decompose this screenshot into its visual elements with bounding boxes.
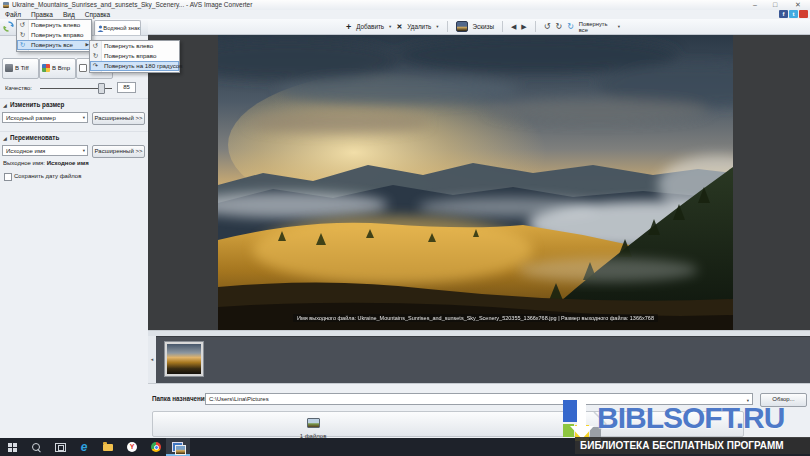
output-name-value: Исходное имя [47,160,89,166]
window-title: Ukraine_Mountains_Sunrises_and_sunsets_S… [12,0,252,10]
facebook-icon[interactable]: f [779,10,788,18]
rotate-left-icon: ↺ [17,20,28,30]
chevron-down-icon: ▾ [83,146,85,156]
strip-collapse-handle[interactable]: ◂ [148,336,156,383]
thumbnail-item[interactable] [164,341,204,377]
windows-logo-icon [8,443,17,452]
menu-file[interactable]: Файл [0,10,26,19]
chevron-down-icon: ▾ [83,113,85,123]
toolbar-separator [502,21,503,32]
quality-slider-handle[interactable] [98,83,105,94]
rotate-right-icon: ↻ [17,30,28,40]
taskbar-avs-button[interactable] [166,438,190,456]
menu-view[interactable]: Вид [58,10,80,19]
submenu-item-rotate-180[interactable]: ↷ Повернуть на 180 градусов [90,61,179,71]
file-count-cell: 1 файлов [283,414,343,440]
format-bmp-button[interactable]: В Bmp [39,58,76,79]
format-tiff-label: В Tiff [15,65,29,71]
chevron-down-icon[interactable]: ▾ [436,24,438,29]
photo-icon [307,418,320,428]
menu-bar: ФайлПравкаВидСправка [0,10,810,19]
rename-advanced-button[interactable]: Расширенный >> [92,145,145,158]
add-icon: + [346,23,351,31]
section-rename[interactable]: ◢Переименовать [0,131,148,143]
start-button[interactable] [0,438,24,456]
folder-icon [103,444,113,451]
rotate-all-icon: ↻ [17,40,28,50]
output-name-line: Выходное имя: Исходное имя [3,160,89,166]
rotate-submenu: ↺ Повернуть влево ↻ Повернуть вправо ↷ П… [89,40,180,73]
format-tiff-button[interactable]: В Tiff [2,58,39,79]
section-resize[interactable]: ◢Изменить размер [0,98,148,110]
edge-icon: e [81,441,88,453]
destination-label: Папка назначения: [152,395,211,402]
rename-preset-dropdown[interactable]: Исходное имя ▾ [2,145,88,156]
rotate-left-button[interactable]: ↺ [544,23,551,31]
avs-app-icon [172,442,184,453]
chevron-down-icon[interactable]: ▾ [618,24,620,29]
search-icon [32,443,40,451]
page-icon [79,64,87,72]
rotate-left-icon: ↺ [90,41,101,51]
taskbar-explorer-button[interactable] [96,438,120,456]
quality-value[interactable]: 85 [117,82,136,93]
rotate-180-icon: ↷ [90,61,101,71]
settings-panel: Водяной знак В Tiff В Bmp Качество: 85 ◢… [0,19,149,438]
section-resize-title: Изменить размер [10,101,64,108]
close-button[interactable]: ✕ [791,0,805,9]
rename-preset-value: Исходное имя [6,148,45,154]
task-view-button[interactable] [48,438,72,456]
tab-watermark-label: Водяной знак [103,25,139,31]
thumbnails-button[interactable]: Эскизы [473,23,494,30]
section-marker-icon: ◢ [0,100,10,111]
delete-button[interactable]: Удалить [407,23,431,30]
watermark-tagline: БИБЛИОТЕКА БЕСПЛАТНЫХ ПРОГРАММ [575,437,810,454]
add-button[interactable]: Добавить [356,23,384,30]
menu-item-rotate-right[interactable]: ↻ Повернуть вправо [17,30,91,40]
preview-area: + Добавить ▾ ✕ Удалить ▾ Эскизы ◀ ▶ ↺ ↻ … [148,19,810,330]
menu-item-rotate-all[interactable]: ↻ Повернуть все ▶ [17,40,91,50]
submenu-item-rotate-left[interactable]: ↺ Повернуть влево [90,41,179,51]
taskbar-search-button[interactable] [24,438,48,456]
maximize-button[interactable]: □ [768,0,782,9]
rotate-tab-icon[interactable] [3,21,14,32]
format-bmp-label: В Bmp [52,65,70,71]
chrome-icon [151,442,161,452]
minimize-button[interactable]: – [748,0,762,9]
chevron-down-icon[interactable]: ▾ [389,24,391,29]
taskbar-yandex-button[interactable]: Y [120,438,144,456]
thumbnails-icon [456,21,468,32]
taskbar-edge-button[interactable]: e [72,438,96,456]
keep-date-label: Сохранить дату файлов [14,173,81,179]
task-view-icon [55,443,66,452]
resize-preset-value: Исходный размер [6,115,56,121]
resize-preset-dropdown[interactable]: Исходный размер ▾ [2,112,88,123]
watermark-site-text: BIBLSOFT.RU [597,401,784,435]
image-preview: Имя выходного файла: Ukraine_Mountains_S… [218,35,733,330]
rotate-right-button[interactable]: ↻ [555,23,562,31]
keep-date-checkbox[interactable] [4,173,12,181]
menu-item-rotate-left[interactable]: ↺ Повернуть влево [17,20,91,30]
section-marker-icon: ◢ [0,133,10,144]
share-icon[interactable] [799,10,808,18]
output-name-label: Выходное имя: [3,160,45,166]
submenu-item-rotate-right[interactable]: ↻ Повернуть вправо [90,51,179,61]
resize-advanced-button[interactable]: Расширенный >> [92,112,145,125]
toolbar-separator [535,21,536,32]
thumbnail-strip [156,336,810,385]
rotate-menu: ↺ Повернуть влево ↻ Повернуть вправо ↻ П… [16,19,92,52]
next-image-button[interactable]: ▶ [521,23,526,31]
menu-edit[interactable]: Правка [26,10,58,19]
menu-help[interactable]: Справка [80,10,116,19]
taskbar-chrome-button[interactable] [144,438,168,456]
twitter-icon[interactable]: t [789,10,798,18]
bmp-icon [42,64,50,72]
thumbnail-image [167,344,201,374]
tab-watermark[interactable]: Водяной знак [94,20,141,35]
avs-image-converter-window: Ukraine_Mountains_Sunrises_and_sunsets_S… [0,0,810,456]
destination-path-value: C:\Users\Lina\Pictures [209,396,269,402]
previous-image-button[interactable]: ◀ [511,23,516,31]
section-rename-title: Переименовать [10,134,59,141]
app-icon [3,2,9,8]
rotate-all-button[interactable]: Повернуть все [579,21,613,33]
